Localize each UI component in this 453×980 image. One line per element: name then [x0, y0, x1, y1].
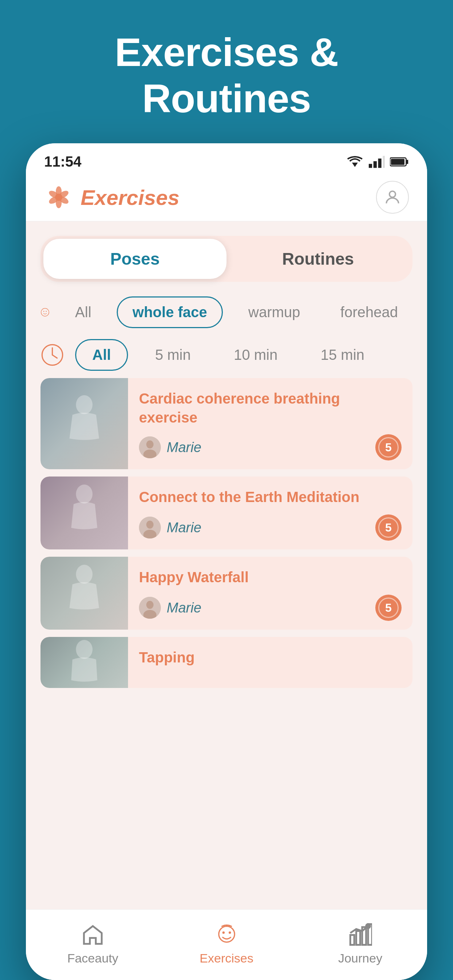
nav-item-journey[interactable]: Journey: [293, 918, 427, 969]
instructor-name: Marie: [167, 440, 201, 455]
svg-rect-4: [383, 156, 385, 168]
exercise-name: Happy Waterfall: [139, 568, 402, 587]
profile-icon: [383, 188, 402, 206]
instructor-avatar: [139, 436, 161, 458]
filter-forehead[interactable]: forehead: [326, 298, 413, 327]
svg-point-28: [146, 520, 153, 529]
exercise-name: Connect to the Earth Meditation: [139, 487, 402, 506]
duration-badge: 5: [375, 434, 402, 460]
page-title: Exercises &Routines: [22, 29, 431, 121]
page-header: Exercises &Routines: [0, 0, 453, 143]
face-filter-icon: [40, 301, 49, 324]
exercise-card[interactable]: Happy Waterfall Marie 5: [40, 557, 413, 630]
tab-poses[interactable]: Poses: [43, 239, 226, 279]
bottom-nav: Faceauty Exercises: [26, 909, 427, 980]
svg-point-15: [389, 191, 396, 197]
svg-rect-6: [406, 160, 408, 164]
time-10min[interactable]: 10 min: [218, 340, 293, 370]
svg-rect-39: [356, 931, 360, 945]
svg-rect-38: [351, 935, 354, 945]
svg-point-34: [76, 640, 93, 659]
exercise-thumbnail: [40, 378, 128, 469]
tab-switcher: Poses Routines: [40, 236, 413, 282]
time-all[interactable]: All: [75, 339, 128, 371]
svg-marker-0: [352, 162, 358, 167]
svg-point-14: [55, 194, 62, 201]
journey-icon: [348, 923, 372, 947]
time-15min[interactable]: 15 min: [305, 340, 380, 370]
svg-point-37: [228, 931, 231, 934]
svg-point-22: [76, 395, 93, 414]
exercise-card[interactable]: Tapping: [40, 637, 413, 688]
battery-icon: [390, 156, 409, 168]
svg-point-42: [366, 924, 370, 928]
svg-rect-1: [369, 164, 372, 168]
phone-frame: 11:54: [26, 143, 427, 980]
home-icon: [81, 923, 105, 947]
profile-button[interactable]: [376, 181, 409, 214]
exercise-info: Happy Waterfall Marie 5: [128, 557, 413, 630]
instructor-info: Marie: [139, 517, 201, 538]
wifi-icon: [346, 155, 364, 169]
time-5min[interactable]: 5 min: [139, 340, 207, 370]
nav-item-exercises[interactable]: Exercises: [160, 918, 293, 969]
exercise-thumbnail: [40, 477, 128, 549]
svg-point-36: [222, 931, 225, 934]
status-icons: [346, 155, 409, 169]
filter-warmup[interactable]: warmup: [234, 298, 315, 327]
instructor-info: Marie: [139, 436, 201, 458]
exercise-meta: Marie 5: [139, 434, 402, 460]
exercise-name: Tapping: [139, 648, 402, 667]
exercise-info: Tapping: [128, 637, 413, 688]
nav-label-exercises: Exercises: [199, 951, 253, 966]
svg-line-21: [53, 355, 57, 358]
status-bar: 11:54: [26, 143, 427, 173]
filter-whole-face[interactable]: whole face: [117, 296, 223, 328]
exercise-list: Cardiac coherence breathing exercise Mar…: [26, 378, 427, 909]
exercise-meta: Marie 5: [139, 595, 402, 621]
nav-icon-journey: [348, 922, 373, 948]
app-header: Exercises: [26, 173, 427, 221]
tab-routines[interactable]: Routines: [226, 239, 410, 279]
svg-point-18: [46, 311, 46, 312]
app-title: Exercises: [81, 185, 376, 210]
signal-icon: [369, 155, 385, 169]
exercise-info: Cardiac coherence breathing exercise Mar…: [128, 378, 413, 469]
time-filter-icon: [40, 343, 64, 367]
instructor-name: Marie: [167, 520, 201, 536]
nav-icon-exercises: [214, 922, 239, 948]
svg-rect-3: [378, 158, 381, 168]
exercise-thumbnail: [40, 557, 128, 630]
exercises-icon: [215, 923, 239, 947]
svg-point-24: [146, 441, 153, 449]
duration-badge: 5: [375, 514, 402, 541]
filter-all[interactable]: All: [61, 298, 106, 327]
nav-label-faceauty: Faceauty: [67, 951, 118, 966]
nav-item-faceauty[interactable]: Faceauty: [26, 918, 160, 969]
status-time: 11:54: [44, 153, 81, 170]
app-logo: [44, 183, 73, 212]
exercise-card[interactable]: Cardiac coherence breathing exercise Mar…: [40, 378, 413, 469]
exercise-name: Cardiac coherence breathing exercise: [139, 389, 402, 427]
exercise-thumbnail: [40, 637, 128, 688]
duration-badge: 5: [375, 595, 402, 621]
svg-point-30: [76, 565, 93, 584]
svg-point-32: [146, 601, 153, 609]
nav-icon-faceauty: [80, 922, 105, 948]
svg-rect-2: [373, 161, 377, 168]
face-filter-row: All whole face warmup forehead: [26, 289, 427, 336]
svg-rect-7: [391, 159, 405, 165]
exercise-meta: Marie 5: [139, 514, 402, 541]
exercise-info: Connect to the Earth Meditation Marie: [128, 477, 413, 549]
svg-point-17: [43, 311, 44, 312]
svg-point-35: [219, 926, 234, 942]
exercise-card[interactable]: Connect to the Earth Meditation Marie: [40, 477, 413, 549]
instructor-info: Marie: [139, 597, 201, 619]
instructor-avatar: [139, 597, 161, 619]
svg-point-26: [76, 485, 93, 503]
time-filter-row: All 5 min 10 min 15 min: [26, 336, 427, 378]
instructor-avatar: [139, 517, 161, 538]
svg-point-16: [41, 309, 49, 317]
instructor-name: Marie: [167, 600, 201, 616]
nav-label-journey: Journey: [338, 951, 382, 966]
